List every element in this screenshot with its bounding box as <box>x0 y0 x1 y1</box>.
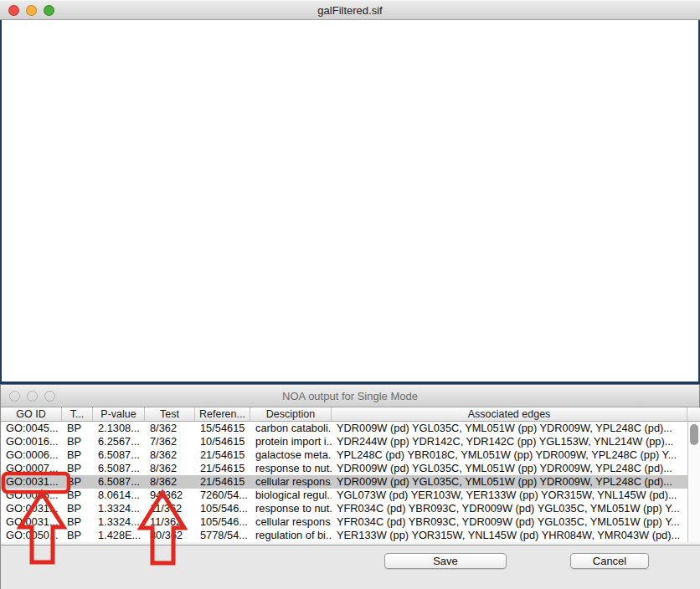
table-cell: BP <box>62 489 93 502</box>
network-window-title: galFiltered.sif <box>0 4 700 17</box>
table-cell: 80/362 <box>145 529 195 542</box>
table-cell: GO:0016... <box>1 435 62 448</box>
save-button[interactable]: Save <box>384 553 507 569</box>
table-cell: 11/362 <box>145 502 195 515</box>
close-button[interactable] <box>8 5 19 16</box>
table-cell: YGL073W (pd) YER103W, YER133W (pp) YOR31… <box>332 489 687 502</box>
noa-window-controls <box>9 386 55 407</box>
table-cell: 2.1308... <box>93 422 145 435</box>
table-scrollbar[interactable] <box>687 422 700 542</box>
table-cell: GO:0006... <box>1 448 62 462</box>
table-cell: 8/362 <box>145 462 195 475</box>
table-cell: 15/54615 <box>195 422 250 435</box>
table-cell: 1.3324... <box>93 502 145 515</box>
table-cell: BP <box>62 502 93 515</box>
table-cell: 105/546... <box>195 515 250 529</box>
minimize-button-inactive[interactable] <box>27 391 38 402</box>
table-cell: 21/54615 <box>195 475 250 489</box>
column-header-6[interactable]: Associated edges <box>332 407 687 421</box>
close-button-inactive[interactable] <box>9 391 20 402</box>
table-cell: 6.5087... <box>93 462 145 475</box>
table-row[interactable]: GO:0031...BP1.3324...11/362105/546...res… <box>1 502 687 515</box>
table-cell: cellular respons... <box>250 475 332 489</box>
table-row[interactable]: GO:0031...BP1.3324...11/362105/546...cel… <box>1 515 687 529</box>
table-cell: regulation of bi... <box>250 529 332 542</box>
table-cell: 8/362 <box>145 475 195 489</box>
network-window-titlebar[interactable]: galFiltered.sif <box>0 0 700 20</box>
table-cell: 10/54615 <box>195 435 250 448</box>
table-cell: BP <box>62 448 93 462</box>
table-cell: GO:0031... <box>1 502 62 515</box>
table-cell: 8/362 <box>145 448 195 462</box>
table-cell: YDR009W (pd) YGL035C, YML051W (pp) YDR00… <box>332 462 687 475</box>
table-cell: YFR034C (pd) YBR093C, YDR009W (pd) YGL03… <box>332 515 687 529</box>
table-cell: 21/54615 <box>195 462 250 475</box>
table-cell: 11/362 <box>145 515 195 529</box>
table-row[interactable]: GO:0031...BP6.5087...8/36221/54615cellul… <box>1 475 687 489</box>
table-cell: BP <box>62 435 93 448</box>
table-cell: 8/362 <box>145 422 195 435</box>
table-row[interactable]: GO:0006...BP6.5087...8/36221/54615galact… <box>1 448 687 462</box>
table-cell: 21/54615 <box>195 448 250 462</box>
table-row[interactable]: GO:0065...BP8.0614...94/3627260/54...bio… <box>1 489 687 502</box>
noa-window-title: NOA output for Single Mode <box>1 390 699 402</box>
cancel-button[interactable]: Cancel <box>570 553 649 569</box>
screen: RPL18BRPS24APDC1GDS1PDC5DMC1MIG1SUC2SLM1… <box>0 0 700 589</box>
column-header-3[interactable]: Test <box>145 407 195 421</box>
column-header-0[interactable]: GO ID <box>1 407 62 421</box>
table-cell: GO:0007... <box>1 462 62 475</box>
table-header: GO IDT...P-valueTestReferen...Desciption… <box>1 407 700 422</box>
zoom-button[interactable] <box>44 5 54 16</box>
table-cell: GO:0031... <box>1 515 62 529</box>
table-cell: 5778/54... <box>195 529 250 542</box>
table-cell: 94/362 <box>145 489 195 502</box>
column-header-2[interactable]: P-value <box>93 407 145 421</box>
table-cell: response to nut... <box>250 462 332 475</box>
table-cell: YFR034C (pd) YBR093C, YDR009W (pd) YGL03… <box>332 502 687 515</box>
table-cell: response to nut... <box>250 502 332 515</box>
table-cell: YDR009W (pd) YGL035C, YML051W (pp) YDR00… <box>332 475 687 489</box>
table-cell: BP <box>62 515 93 529</box>
table-cell: carbon cataboli... <box>250 422 332 435</box>
zoom-button-inactive[interactable] <box>44 391 55 402</box>
table-cell: cellular respons... <box>250 515 332 529</box>
table-cell: GO:0031... <box>1 475 62 489</box>
table-cell: GO:0065... <box>1 489 62 502</box>
table-cell: 1.428E... <box>93 529 145 542</box>
table-row[interactable]: GO:0050...BP1.428E...80/3625778/54...reg… <box>1 529 687 542</box>
table-row[interactable]: GO:0045...BP2.1308...8/36215/54615carbon… <box>1 422 687 435</box>
table-cell: 105/546... <box>195 502 250 515</box>
table-cell: 1.3324... <box>93 515 145 529</box>
column-header-4[interactable]: Referen... <box>195 407 250 421</box>
network-view-frame <box>0 20 700 382</box>
button-panel: Save Cancel <box>1 545 700 589</box>
table-cell: biological regul... <box>250 489 332 502</box>
table-row[interactable]: GO:0007...BP6.5087...8/36221/54615respon… <box>1 462 687 475</box>
table-cell: BP <box>62 475 93 489</box>
table-cell: GO:0050... <box>1 529 62 542</box>
table-cell: 6.2567... <box>93 435 145 448</box>
scrollbar-thumb[interactable] <box>690 424 698 445</box>
table-cell: GO:0045... <box>1 422 62 435</box>
table-cell: 7/362 <box>145 435 195 448</box>
network-window: RPL18BRPS24APDC1GDS1PDC5DMC1MIG1SUC2SLM1… <box>0 0 700 385</box>
table-cell: YDR244W (pp) YDR142C, YDR142C (pp) YGL15… <box>332 435 687 448</box>
column-header-1[interactable]: T... <box>62 407 93 421</box>
table-row[interactable]: GO:0016...BP6.2567...7/36210/54615protei… <box>1 435 687 448</box>
table-cell: protein import i... <box>250 435 332 448</box>
table-cell: YDR009W (pd) YGL035C, YML051W (pp) YDR00… <box>332 422 687 435</box>
table-cell: BP <box>62 422 93 435</box>
table-cell: 6.5087... <box>93 475 145 489</box>
table-cell: YER133W (pp) YOR315W, YNL145W (pd) YHR08… <box>332 529 687 542</box>
table-cell: YPL248C (pd) YBR018C, YML051W (pp) YDR00… <box>332 448 687 462</box>
noa-window-titlebar[interactable]: NOA output for Single Mode <box>1 385 699 407</box>
table-cell: galactose meta... <box>250 448 332 462</box>
table-cell: 7260/54... <box>195 489 250 502</box>
go-term-table[interactable]: GO:0045...BP2.1308...8/36215/54615carbon… <box>1 422 687 542</box>
noa-output-window: NOA output for Single Mode GO IDT...P-va… <box>0 385 700 589</box>
table-cell: BP <box>62 462 93 475</box>
table-cell: BP <box>62 529 93 542</box>
minimize-button[interactable] <box>26 5 37 16</box>
column-header-5[interactable]: Desciption <box>250 407 332 421</box>
window-controls <box>8 1 54 19</box>
